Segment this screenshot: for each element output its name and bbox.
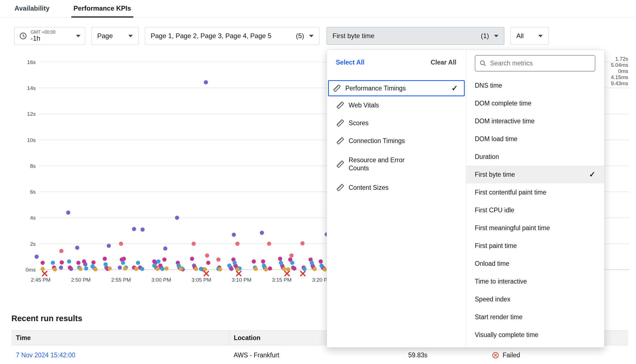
scatter-point-page-5[interactable] <box>119 242 123 246</box>
metric-item-first-paint-time[interactable]: First paint time <box>466 237 604 255</box>
scatter-point-page-3[interactable] <box>140 267 144 271</box>
scatter-point-page-2[interactable] <box>68 265 72 270</box>
scatter-point-page-3[interactable] <box>121 261 125 265</box>
scatter-point-page-3[interactable] <box>156 259 160 264</box>
scatter-point-page-1[interactable] <box>140 227 145 232</box>
metric-item-speed-index[interactable]: Speed index <box>466 290 604 308</box>
metric-item-first-meaningful-paint-time[interactable]: First meaningful paint time <box>466 219 604 237</box>
category-performance-timings[interactable]: Performance Timings ✓ <box>328 80 465 96</box>
scatter-point-page-2[interactable] <box>122 257 126 261</box>
scatter-point-page-5[interactable] <box>59 249 63 253</box>
metric-item-dom-interactive-time[interactable]: DOM interactive time <box>466 112 604 130</box>
scatter-point-page-1[interactable] <box>118 265 122 270</box>
tab-availability[interactable]: Availability <box>12 0 52 18</box>
scatter-point-page-2[interactable] <box>91 260 96 264</box>
category-scores[interactable]: Scores <box>327 114 466 132</box>
scatter-point-page-5[interactable] <box>235 242 239 246</box>
scatter-point-page-3[interactable] <box>233 261 237 265</box>
metric-item-first-cpu-idle[interactable]: First CPU idle <box>466 201 604 219</box>
scatter-point-page-4[interactable] <box>53 267 57 272</box>
category-web-vitals[interactable]: Web Vitals <box>327 96 466 114</box>
scatter-point-page-4[interactable] <box>254 267 258 271</box>
select-all-link[interactable]: Select All <box>336 59 365 66</box>
scatter-point-page-3[interactable] <box>319 264 324 268</box>
scatter-point-page-2[interactable] <box>292 266 297 270</box>
metric-item-start-render-time[interactable]: Start render time <box>466 308 604 326</box>
scatter-point-page-2[interactable] <box>103 257 107 261</box>
scatter-point-page-3[interactable] <box>310 261 314 265</box>
scatter-point-page-3[interactable] <box>160 267 165 271</box>
scatter-point-page-4[interactable] <box>178 267 183 271</box>
scatter-point-page-2[interactable] <box>76 261 80 265</box>
scatter-point-page-1[interactable] <box>35 255 39 259</box>
scatter-point-page-2[interactable] <box>162 257 167 262</box>
metric-item-first-byte-time[interactable]: First byte time✓ <box>466 166 604 183</box>
scatter-point-page-2[interactable] <box>268 266 272 270</box>
category-content-sizes[interactable]: Content Sizes <box>327 179 466 196</box>
scatter-point-page-1[interactable] <box>132 227 136 231</box>
scatter-point-page-2[interactable] <box>278 257 282 261</box>
scatter-point-page-1[interactable] <box>260 231 264 235</box>
failed-run-marker[interactable] <box>285 271 289 276</box>
run-time-link[interactable]: 7 Nov 2024 15:42:00 <box>16 351 75 359</box>
search-input[interactable] <box>490 60 591 67</box>
scatter-point-page-2[interactable] <box>319 259 323 264</box>
metric-item-onload-time[interactable]: Onload time <box>466 255 604 272</box>
metric-item-time-to-interactive[interactable]: Time to interactive <box>466 272 604 290</box>
scatter-point-page-4[interactable] <box>164 266 168 270</box>
time-range-picker[interactable]: GMT +00:00 -1h <box>14 27 85 45</box>
scatter-point-page-4[interactable] <box>123 266 127 270</box>
scatter-point-page-1[interactable] <box>232 233 236 237</box>
scatter-point-page-4[interactable] <box>203 267 207 272</box>
scatter-point-page-3[interactable] <box>290 261 294 265</box>
scatter-point-page-3[interactable] <box>84 266 88 270</box>
scatter-point-page-5[interactable] <box>192 242 196 246</box>
scatter-point-page-4[interactable] <box>264 267 268 272</box>
clear-all-link[interactable]: Clear All <box>431 59 456 66</box>
scatter-point-page-3[interactable] <box>152 264 156 268</box>
scatter-point-page-4[interactable] <box>323 267 327 272</box>
scatter-point-page-5[interactable] <box>300 241 305 245</box>
scatter-point-page-4[interactable] <box>312 267 317 271</box>
scatter-point-page-5[interactable] <box>289 254 293 258</box>
scatter-point-page-5[interactable] <box>267 242 271 246</box>
scatter-point-page-4[interactable] <box>78 267 82 271</box>
scatter-point-page-3[interactable] <box>227 264 231 268</box>
scatter-point-page-1[interactable] <box>163 246 167 250</box>
scatter-point-page-3[interactable] <box>104 262 108 266</box>
metric-item-dom-load-time[interactable]: DOM load time <box>466 130 604 148</box>
scatter-point-page-2[interactable] <box>261 259 265 264</box>
scatter-point-page-2[interactable] <box>41 261 45 265</box>
failed-run-marker[interactable] <box>236 271 241 276</box>
scatter-point-page-2[interactable] <box>252 259 256 264</box>
metric-item-visually-complete-time[interactable]: Visually complete time <box>466 326 604 344</box>
scatter-point-page-3[interactable] <box>262 264 266 268</box>
scatter-point-page-4[interactable] <box>93 267 97 272</box>
category-connection-timings[interactable]: Connection Timings <box>327 132 466 150</box>
scatter-point-page-3[interactable] <box>279 261 283 265</box>
scatter-point-page-5[interactable] <box>205 254 209 258</box>
scatter-point-page-4[interactable] <box>155 267 160 271</box>
scatter-point-page-2[interactable] <box>190 257 194 261</box>
metric-item-duration[interactable]: Duration <box>466 148 604 166</box>
scatter-point-page-4[interactable] <box>41 267 45 271</box>
scatter-point-page-4[interactable] <box>107 266 112 270</box>
scatter-point-page-4[interactable] <box>235 267 239 272</box>
scatter-point-page-1[interactable] <box>75 246 79 250</box>
scatter-point-page-3[interactable] <box>51 261 55 265</box>
scatter-point-page-2[interactable] <box>206 261 211 265</box>
metric-item-dns-time[interactable]: DNS time <box>466 77 604 94</box>
scatter-point-page-2[interactable] <box>82 259 86 264</box>
metric-item-first-contentful-paint-time[interactable]: First contentful paint time <box>466 183 604 201</box>
scatter-point-page-1[interactable] <box>59 265 63 270</box>
scatter-point-page-4[interactable] <box>194 267 198 271</box>
scatter-point-page-1[interactable] <box>107 244 111 248</box>
failed-run-marker[interactable] <box>301 271 305 276</box>
scatter-point-page-4[interactable] <box>286 267 290 272</box>
metric-item-dom-complete-time[interactable]: DOM complete time <box>466 94 604 112</box>
pages-dropdown[interactable]: Page 1, Page 2, Page 3, Page 4, Page 5 (… <box>145 27 319 45</box>
all-filter-dropdown[interactable]: All <box>510 27 549 45</box>
scatter-point-page-4[interactable] <box>134 267 138 271</box>
category-resource-error-counts[interactable]: Resource and Error Counts <box>327 150 466 179</box>
tab-performance-kpis[interactable]: Performance KPIs <box>71 0 133 18</box>
